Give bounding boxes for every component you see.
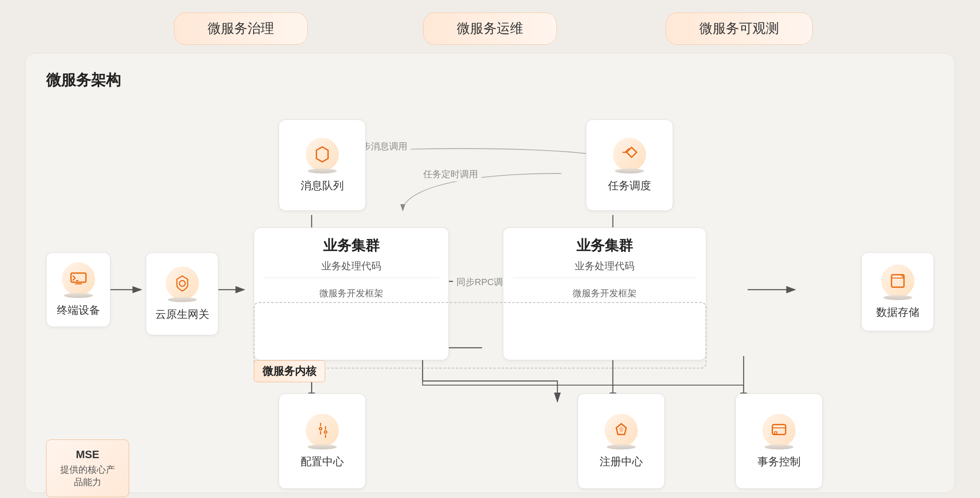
message-queue-label: 消息队列 [301, 178, 344, 193]
terminal-icon [69, 270, 88, 288]
left-cluster-divider [264, 278, 439, 278]
task-scheduler-label: 任务调度 [608, 178, 651, 193]
gateway-label: 云原生网关 [155, 307, 209, 322]
svg-point-23 [324, 431, 327, 433]
top-labels-bar: 微服务治理 微服务运维 微服务可观测 [0, 0, 980, 45]
data-storage-label: 数据存储 [876, 305, 919, 320]
transaction-icon [769, 420, 789, 440]
task-scheduler-icon [619, 144, 640, 165]
right-cluster-sub: 业务处理代码 [503, 259, 706, 273]
left-cluster-title: 业务集群 [254, 228, 448, 259]
message-queue-icon [312, 144, 332, 164]
registry-label: 注册中心 [600, 454, 643, 469]
terminal-device-card: 终端设备 [46, 252, 110, 327]
observable-box: 微服务可观测 [666, 12, 813, 45]
dashed-framework-box [254, 302, 706, 369]
config-center-card: 配置中心 [279, 393, 366, 489]
governance-box: 微服务治理 [174, 12, 308, 45]
mse-desc: 提供的核心产品能力 [56, 464, 119, 488]
transaction-control-label: 事务控制 [757, 454, 801, 469]
main-container: 微服务架构 [25, 53, 955, 493]
transaction-icon-base [762, 414, 796, 447]
arch-title: 微服务架构 [46, 70, 934, 90]
diagram-area: 异步消息调用 任务定时调用 同步RPC调用 终端设备 [46, 103, 934, 497]
svg-point-28 [774, 432, 777, 434]
scheduled-call-label: 任务定时调用 [420, 167, 481, 181]
page-root: 微服务治理 微服务运维 微服务可观测 微服务架构 [0, 0, 980, 493]
right-cluster-title: 业务集群 [503, 228, 706, 259]
task-scheduler-icon-base [613, 138, 646, 171]
right-cluster-divider [513, 278, 696, 278]
message-queue-icon-base [306, 138, 339, 171]
config-center-icon [312, 420, 332, 440]
data-storage-card: 数据存储 [861, 252, 934, 331]
left-cluster-sub: 业务处理代码 [254, 259, 448, 273]
data-storage-icon [888, 271, 907, 290]
label-operations: 微服务运维 [365, 12, 615, 45]
data-storage-icon-base [881, 264, 914, 298]
terminal-label: 终端设备 [57, 303, 100, 317]
gateway-card: 云原生网关 [146, 252, 218, 335]
registry-card: 注册中心 [578, 393, 665, 489]
config-center-label: 配置中心 [301, 454, 344, 469]
terminal-icon-base [62, 262, 95, 295]
task-scheduler-card: 任务调度 [586, 120, 673, 211]
svg-point-16 [179, 281, 185, 286]
label-governance: 微服务治理 [116, 12, 365, 45]
microcore-label: 微服务内核 [254, 360, 325, 382]
registry-icon-base [605, 414, 638, 447]
operations-box: 微服务运维 [423, 12, 557, 45]
message-queue-card: 消息队列 [279, 120, 366, 211]
transaction-control-card: 事务控制 [735, 393, 823, 489]
config-center-icon-base [306, 414, 339, 447]
svg-point-20 [319, 427, 322, 430]
label-observable: 微服务可观测 [615, 12, 864, 45]
registry-icon [611, 420, 631, 440]
gateway-icon [172, 273, 193, 293]
mse-title: MSE [56, 448, 119, 461]
mse-box: MSE 提供的核心产品能力 [46, 439, 129, 497]
gateway-icon-base [166, 266, 199, 300]
